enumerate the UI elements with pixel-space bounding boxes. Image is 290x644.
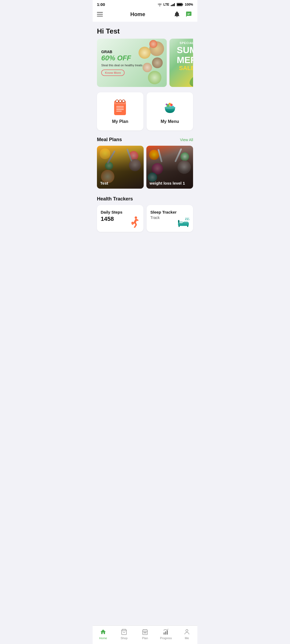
svg-rect-6 bbox=[183, 4, 183, 5]
network-type: LTE bbox=[164, 3, 169, 6]
banner-special-text: SPECIAL bbox=[172, 41, 193, 45]
bell-icon bbox=[174, 11, 180, 17]
svg-point-27 bbox=[135, 217, 137, 219]
status-time: 1:00 bbox=[97, 2, 105, 7]
status-bar: 1:00 LTE 100% bbox=[93, 0, 197, 8]
meal-plan-weight-loss[interactable]: weight loss level 1 bbox=[146, 146, 193, 189]
my-menu-label: My Menu bbox=[161, 119, 179, 124]
svg-rect-20 bbox=[116, 111, 122, 112]
banner-discount-text: 60% OFF bbox=[101, 54, 142, 62]
page-title: Home bbox=[130, 11, 145, 17]
meal-plans-title: Meal Plans bbox=[97, 137, 122, 142]
banner-description: Steal this deal on healthy treats bbox=[101, 63, 142, 67]
svg-point-24 bbox=[169, 103, 171, 105]
svg-rect-18 bbox=[116, 108, 124, 108]
chat-icon bbox=[186, 11, 192, 17]
sleep-tracker-title: Sleep Tracker bbox=[150, 210, 189, 214]
health-trackers-title: Health Trackers bbox=[97, 196, 133, 202]
svg-rect-2 bbox=[173, 4, 174, 6]
svg-point-14 bbox=[116, 100, 118, 103]
battery-icon bbox=[177, 3, 183, 6]
svg-rect-31 bbox=[179, 225, 180, 227]
svg-rect-3 bbox=[174, 3, 175, 6]
runner-svg-icon bbox=[128, 216, 139, 228]
message-button[interactable] bbox=[184, 10, 193, 19]
svg-rect-30 bbox=[183, 222, 188, 223]
daily-steps-title: Daily Steps bbox=[101, 210, 140, 214]
sleep-svg-icon: ZZZ bbox=[177, 217, 189, 227]
svg-point-26 bbox=[172, 106, 174, 107]
trackers-row: Daily Steps 1458 Sleep Tracker Track bbox=[97, 205, 193, 232]
meal-card-wl-label: weight loss level 1 bbox=[150, 181, 185, 185]
app-header: Home bbox=[93, 8, 197, 22]
svg-point-11 bbox=[188, 74, 193, 86]
wifi-icon bbox=[158, 3, 162, 6]
svg-rect-19 bbox=[116, 109, 124, 110]
menu-button[interactable] bbox=[97, 12, 103, 16]
my-menu-card[interactable]: My Menu bbox=[147, 92, 193, 130]
svg-point-21 bbox=[165, 106, 175, 109]
banner-section: GRAB 60% OFF Steal this deal on healthy … bbox=[97, 39, 193, 87]
header-actions bbox=[173, 10, 193, 19]
banner-sale-text: SALE bbox=[172, 65, 193, 71]
sleep-tracker-card[interactable]: Sleep Tracker Track bbox=[147, 205, 193, 232]
health-trackers-header: Health Trackers bbox=[97, 196, 193, 202]
banner-main-content: GRAB 60% OFF Steal this deal on healthy … bbox=[97, 45, 147, 80]
health-trackers-section: Health Trackers Daily Steps 1458 Sleep T… bbox=[97, 196, 193, 232]
meal-plans-header: Meal Plans View All bbox=[97, 137, 193, 142]
battery-percent: 100% bbox=[185, 3, 193, 6]
svg-rect-32 bbox=[187, 225, 188, 227]
quick-cards-section: My Plan bbox=[97, 92, 193, 130]
svg-rect-7 bbox=[187, 13, 190, 14]
svg-rect-29 bbox=[179, 221, 183, 223]
status-icons: LTE 100% bbox=[158, 3, 193, 6]
signal-icon bbox=[171, 3, 175, 6]
svg-point-15 bbox=[119, 100, 122, 103]
svg-rect-17 bbox=[116, 106, 124, 107]
know-more-button[interactable]: Know More bbox=[101, 69, 125, 76]
daily-steps-card[interactable]: Daily Steps 1458 bbox=[97, 205, 143, 232]
menu-icon bbox=[161, 99, 179, 116]
meal-card-test-label: Test bbox=[100, 181, 108, 185]
sleep-icon: ZZZ bbox=[177, 216, 189, 228]
notification-button[interactable] bbox=[173, 10, 181, 19]
svg-point-16 bbox=[122, 100, 125, 103]
meal-plan-test[interactable]: Test bbox=[97, 146, 144, 189]
svg-rect-8 bbox=[187, 14, 189, 15]
svg-point-25 bbox=[166, 104, 167, 105]
my-plan-label: My Plan bbox=[112, 119, 128, 124]
meal-plans-list: Test weight loss level 1 bbox=[97, 146, 193, 189]
greeting-text: Hi Test bbox=[97, 27, 193, 35]
main-content: Hi Test GRAB 60% OFF Steal this deal on … bbox=[93, 22, 197, 261]
banner-secondary-card[interactable]: SPECIAL SUMMER SALE bbox=[169, 39, 193, 87]
svg-rect-1 bbox=[172, 5, 173, 6]
plan-icon bbox=[112, 99, 129, 116]
menu-svg-icon bbox=[162, 100, 178, 115]
svg-text:ZZZ: ZZZ bbox=[185, 217, 189, 221]
view-all-meal-plans[interactable]: View All bbox=[180, 138, 193, 142]
svg-rect-33 bbox=[178, 220, 179, 223]
svg-rect-5 bbox=[177, 3, 182, 5]
banner-grab-text: GRAB bbox=[101, 50, 142, 54]
runner-icon bbox=[128, 216, 140, 228]
plan-svg-icon bbox=[113, 99, 128, 116]
svg-rect-0 bbox=[171, 5, 172, 6]
my-plan-card[interactable]: My Plan bbox=[97, 92, 143, 130]
banner-main-card[interactable]: GRAB 60% OFF Steal this deal on healthy … bbox=[97, 39, 167, 87]
greeting-section: Hi Test bbox=[97, 22, 193, 39]
banner-summer-text: SUMMER bbox=[172, 45, 193, 65]
